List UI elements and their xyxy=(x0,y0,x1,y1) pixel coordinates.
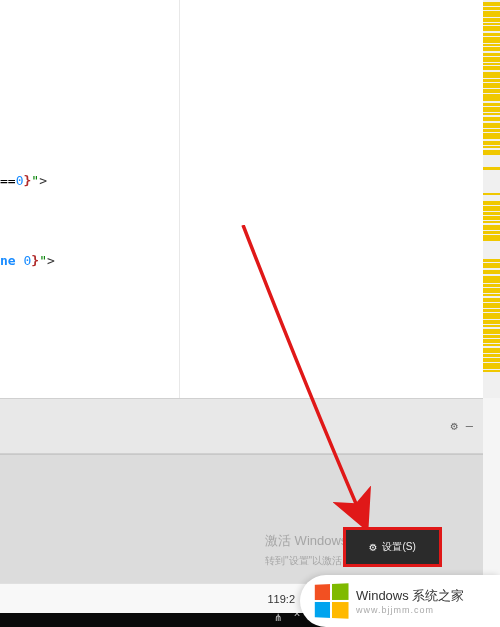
minimap-marker xyxy=(483,259,500,262)
minimap-marker xyxy=(483,221,500,223)
minimap-marker xyxy=(483,150,500,155)
code-token-quote: " xyxy=(39,253,47,268)
minimap-marker xyxy=(483,284,500,287)
minimap-marker xyxy=(483,358,500,362)
minimap-marker xyxy=(483,303,500,308)
minimap-marker xyxy=(483,79,500,82)
minimap-marker xyxy=(483,320,500,324)
minimap-marker xyxy=(483,335,500,338)
minimap-marker xyxy=(483,33,500,36)
minimap-marker xyxy=(483,7,500,10)
minimap-marker xyxy=(483,94,500,101)
minimap-marker xyxy=(483,18,500,22)
settings-label: 设置(S) xyxy=(382,540,415,554)
minimap-marker xyxy=(483,329,500,334)
minimap-marker xyxy=(483,294,500,296)
minimap-marker xyxy=(483,26,500,31)
minimap-marker xyxy=(483,276,500,283)
minimap-marker xyxy=(483,309,500,312)
minimap-marker xyxy=(483,72,500,78)
minimap-marker xyxy=(483,344,500,346)
code-token-eq: == xyxy=(0,173,16,188)
minimap-marker xyxy=(483,141,500,145)
minimap-marker xyxy=(483,298,500,302)
minimize-icon[interactable]: — xyxy=(466,419,473,433)
minimap-marker xyxy=(483,2,500,6)
bottom-panel-header: ⚙ — xyxy=(0,398,483,454)
minimap-marker xyxy=(483,206,500,211)
minimap-marker xyxy=(483,370,500,372)
code-token-gt: > xyxy=(39,173,47,188)
minimap-marker xyxy=(483,167,500,170)
minimap-marker xyxy=(483,53,500,56)
minimap-marker xyxy=(483,123,500,128)
minimap-marker xyxy=(483,133,500,139)
minimap-marker xyxy=(483,288,500,293)
minimap-marker xyxy=(483,235,500,241)
code-token-quote: " xyxy=(31,173,39,188)
chevron-up-icon[interactable]: ^ xyxy=(294,612,300,623)
minimap-marker xyxy=(483,107,500,112)
minimap-marker xyxy=(483,103,500,106)
minimap-marker xyxy=(483,201,500,205)
minimap-marker xyxy=(483,129,500,132)
code-line: ==0}"> xyxy=(0,173,47,188)
windows-logo-icon xyxy=(315,583,349,618)
minimap-marker xyxy=(483,57,500,62)
taskbar-app-icon[interactable]: ⋔ xyxy=(274,612,282,623)
minimap-marker xyxy=(483,339,500,343)
site-branding-watermark: Windows 系统之家 www.bjjmm.com xyxy=(300,575,500,627)
brand-title: Windows 系统之家 xyxy=(356,587,464,605)
minimap-marker xyxy=(483,263,500,268)
gear-icon: ⚙ xyxy=(369,540,376,554)
minimap-marker xyxy=(483,63,500,65)
minimap-marker xyxy=(483,363,500,369)
minimap-marker xyxy=(483,117,500,121)
minimap-marker xyxy=(483,193,500,195)
minimap-scrollbar[interactable] xyxy=(483,0,500,398)
editor-area: ==0}"> ne 0}"> xyxy=(0,0,483,398)
minimap-marker xyxy=(483,44,500,46)
minimap-marker xyxy=(483,212,500,215)
minimap-marker xyxy=(483,146,500,148)
brand-url: www.bjjmm.com xyxy=(356,605,464,615)
minimap-marker xyxy=(483,37,500,43)
minimap-marker xyxy=(483,354,500,357)
minimap-marker xyxy=(483,216,500,220)
minimap-marker xyxy=(483,325,500,327)
code-token-brace: } xyxy=(31,253,39,268)
gear-icon[interactable]: ⚙ xyxy=(451,419,458,433)
minimap-marker xyxy=(483,113,500,115)
editor-main-pane[interactable] xyxy=(180,0,483,398)
minimap-marker xyxy=(483,225,500,230)
code-token-gt: > xyxy=(47,253,55,268)
code-pane[interactable]: ==0}"> ne 0}"> xyxy=(0,0,180,398)
minimap-marker xyxy=(483,270,500,274)
minimap-marker xyxy=(483,313,500,319)
settings-menu-item[interactable]: ⚙ 设置(S) xyxy=(343,527,442,567)
minimap-marker xyxy=(483,348,500,353)
minimap-marker xyxy=(483,11,500,17)
cursor-position: 119:2 xyxy=(267,593,295,605)
minimap-marker xyxy=(483,89,500,93)
minimap-marker xyxy=(483,83,500,88)
minimap-marker xyxy=(483,66,500,70)
minimap-marker xyxy=(483,47,500,51)
minimap-marker xyxy=(483,231,500,234)
code-token-ne: ne xyxy=(0,253,23,268)
minimap-marker xyxy=(483,23,500,25)
code-line: ne 0}"> xyxy=(0,253,55,268)
